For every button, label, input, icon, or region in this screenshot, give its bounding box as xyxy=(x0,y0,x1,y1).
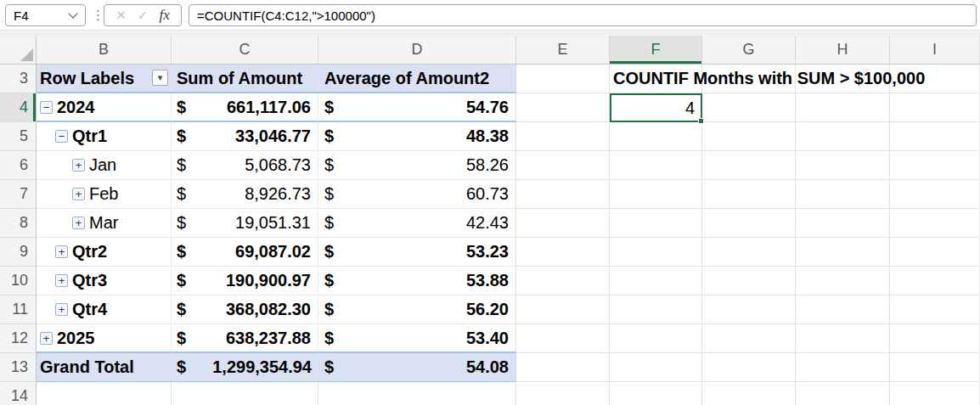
cell-D13[interactable]: $54.08 xyxy=(318,353,516,382)
cell-E6[interactable] xyxy=(516,151,610,180)
row-header-14[interactable]: 14 xyxy=(0,382,37,405)
cell-G12[interactable] xyxy=(702,324,796,353)
cell-F7[interactable] xyxy=(610,180,702,209)
row-header-7[interactable]: 7 xyxy=(0,180,37,209)
cell-D6[interactable]: $58.26 xyxy=(318,151,516,180)
pivot-header-row-labels[interactable]: Row Labels▾ xyxy=(37,65,172,93)
cell-I12[interactable] xyxy=(890,324,980,353)
cell-C8[interactable]: $19,051.31 xyxy=(172,209,318,238)
cell-E13[interactable] xyxy=(516,353,610,382)
cell-B4[interactable]: −2024 xyxy=(37,93,172,122)
cell-B6[interactable]: +Jan xyxy=(37,151,172,180)
cell-H5[interactable] xyxy=(796,122,890,151)
cell-D4[interactable]: $54.76 xyxy=(318,93,516,122)
column-header-F[interactable]: F xyxy=(610,36,702,65)
row-header-3[interactable]: 3 xyxy=(0,65,37,93)
cell-E12[interactable] xyxy=(516,324,610,353)
cell-F10[interactable] xyxy=(610,267,702,295)
cell-G4[interactable] xyxy=(702,93,796,122)
cell-F14[interactable] xyxy=(610,382,702,405)
cell-C12[interactable]: $638,237.88 xyxy=(172,324,318,353)
name-box[interactable]: F4 xyxy=(5,4,86,26)
cell-I5[interactable] xyxy=(890,122,980,151)
cell-C5[interactable]: $33,046.77 xyxy=(172,122,318,151)
cancel-icon[interactable]: ✕ xyxy=(115,8,127,23)
cell-D11[interactable]: $56.20 xyxy=(318,295,516,324)
collapse-button[interactable]: − xyxy=(55,130,68,143)
cell-D14[interactable] xyxy=(318,382,516,405)
cell-H8[interactable] xyxy=(796,209,890,238)
row-header-6[interactable]: 6 xyxy=(0,151,37,180)
row-header-10[interactable]: 10 xyxy=(0,267,37,295)
collapse-button[interactable]: − xyxy=(40,101,53,114)
cell-F12[interactable] xyxy=(610,324,702,353)
column-header-G[interactable]: G xyxy=(702,36,796,65)
cell-E14[interactable] xyxy=(516,382,610,405)
cell-E11[interactable] xyxy=(516,295,610,324)
cell-F11[interactable] xyxy=(610,295,702,324)
cell-E3[interactable] xyxy=(516,65,610,93)
column-header-B[interactable]: B xyxy=(37,36,172,65)
cell-I8[interactable] xyxy=(890,209,980,238)
fill-handle[interactable] xyxy=(698,118,704,124)
cell-H14[interactable] xyxy=(796,382,890,405)
cell-C6[interactable]: $5,068.73 xyxy=(172,151,318,180)
cell-H12[interactable] xyxy=(796,324,890,353)
expand-button[interactable]: + xyxy=(55,245,68,258)
cell-E7[interactable] xyxy=(516,180,610,209)
cell-E5[interactable] xyxy=(516,122,610,151)
cell-C7[interactable]: $8,926.73 xyxy=(172,180,318,209)
pivot-header-avg[interactable]: Average of Amount2 xyxy=(318,65,516,93)
formula-input[interactable]: =COUNTIF(C4:C12,">100000") xyxy=(189,4,977,26)
select-all-corner[interactable] xyxy=(0,36,37,65)
cell-C13[interactable]: $1,299,354.94 xyxy=(172,353,318,382)
cell-F6[interactable] xyxy=(610,151,702,180)
cell-H10[interactable] xyxy=(796,267,890,295)
cell-G14[interactable] xyxy=(702,382,796,405)
expand-button[interactable]: + xyxy=(72,159,85,172)
cell-B14[interactable] xyxy=(37,382,172,405)
cell-F13[interactable] xyxy=(610,353,702,382)
cell-D7[interactable]: $60.73 xyxy=(318,180,516,209)
cell-G10[interactable] xyxy=(702,267,796,295)
cell-B10[interactable]: +Qtr3 xyxy=(37,267,172,295)
cell-B12[interactable]: +2025 xyxy=(37,324,172,353)
cell-D8[interactable]: $42.43 xyxy=(318,209,516,238)
column-header-C[interactable]: C xyxy=(172,36,318,65)
cell-C10[interactable]: $190,900.97 xyxy=(172,267,318,295)
cell-B5[interactable]: −Qtr1 xyxy=(37,122,172,151)
cell-G7[interactable] xyxy=(702,180,796,209)
selected-cell-F4[interactable]: 4 xyxy=(610,93,702,122)
expand-button[interactable]: + xyxy=(40,332,53,345)
cell-G5[interactable] xyxy=(702,122,796,151)
filter-dropdown-icon[interactable]: ▾ xyxy=(152,70,168,86)
cell-I4[interactable] xyxy=(890,93,980,122)
expand-button[interactable]: + xyxy=(72,217,85,229)
insert-function-icon[interactable]: fx xyxy=(160,7,170,24)
cell-I6[interactable] xyxy=(890,151,980,180)
cell-C14[interactable] xyxy=(172,382,318,405)
row-header-12[interactable]: 12 xyxy=(0,324,37,353)
cell-E10[interactable] xyxy=(516,267,610,295)
cell-E4[interactable] xyxy=(516,93,610,122)
row-header-5[interactable]: 5 xyxy=(0,122,37,151)
expand-button[interactable]: + xyxy=(55,274,68,287)
cell-G8[interactable] xyxy=(702,209,796,238)
cell-C9[interactable]: $69,087.02 xyxy=(172,238,318,267)
cell-F9[interactable] xyxy=(610,238,702,267)
cell-E9[interactable] xyxy=(516,238,610,267)
cell-C4[interactable]: $661,117.06 xyxy=(172,93,318,122)
pivot-header-sum[interactable]: Sum of Amount xyxy=(172,65,318,93)
row-header-9[interactable]: 9 xyxy=(0,238,37,267)
column-header-E[interactable]: E xyxy=(516,36,610,65)
expand-button[interactable]: + xyxy=(55,303,68,316)
column-header-H[interactable]: H xyxy=(796,36,890,65)
cell-I7[interactable] xyxy=(890,180,980,209)
cell-H13[interactable] xyxy=(796,353,890,382)
cell-G11[interactable] xyxy=(702,295,796,324)
row-header-4[interactable]: 4 xyxy=(0,93,37,122)
cell-G13[interactable] xyxy=(702,353,796,382)
cell-F5[interactable] xyxy=(610,122,702,151)
row-header-11[interactable]: 11 xyxy=(0,295,37,324)
row-header-13[interactable]: 13 xyxy=(0,353,37,382)
